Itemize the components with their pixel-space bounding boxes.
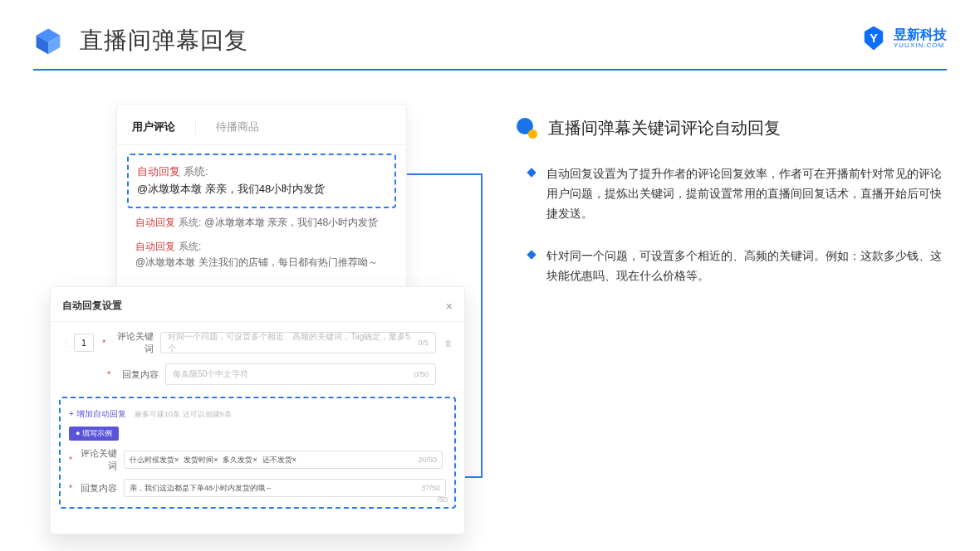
cube-icon <box>33 26 63 56</box>
example-badge: ● 填写示例 <box>69 427 119 441</box>
system-label: 系统: <box>179 239 201 255</box>
ex-keyword-tags[interactable]: 什么时候发货× 发货时间× 多久发货× 还不发货× 20/50 <box>124 451 443 469</box>
system-label: 系统: <box>184 163 208 181</box>
reply-input[interactable]: 每条限50个中文字符 0/50 <box>165 363 436 385</box>
svg-text:Y: Y <box>870 32 878 45</box>
highlighted-reply: 自动回复 系统: @冰墩墩本墩 亲亲，我们48小时内发货 <box>127 154 396 208</box>
chat-bubble-icon <box>515 116 538 139</box>
brand-logo: Y 昱新科技 YUUXIN.COM <box>860 25 947 51</box>
required-star: * <box>102 338 105 348</box>
tag[interactable]: 还不发货× <box>262 455 296 466</box>
reply-text: @冰墩墩本墩 亲亲，我们48小时内发货 <box>137 181 325 198</box>
bullet-item: 针对同一个问题，可设置多个相近的、高频的关键词。例如：这款多少钱、这块能优惠吗、… <box>528 246 947 286</box>
ex-reply-label: 回复内容 <box>76 482 117 495</box>
bullet-item: 自动回复设置为了提升作者的评论回复效率，作者可在开播前针对常见的评论用户问题，提… <box>528 164 947 223</box>
system-label: 系统: <box>179 215 201 231</box>
tab-user-comments[interactable]: 用户评论 <box>132 119 175 134</box>
bullet-text: 针对同一个问题，可设置多个相近的、高频的关键词。例如：这款多少钱、这块能优惠吗、… <box>546 246 947 286</box>
ex-keyword-label: 评论关键词 <box>76 447 117 472</box>
tag[interactable]: 什么时候发货× <box>130 455 179 466</box>
auto-reply-settings-modal: 自动回复设置 × ⋮⋮ 1 * 评论关键词 对同一个问题，可设置多个相近、高频的… <box>50 286 465 534</box>
add-hint: 最多可建10条 还可以创建9条 <box>135 410 232 418</box>
reply-label: 回复内容 <box>114 368 159 381</box>
rule-number: 1 <box>74 334 94 352</box>
brand-sub: YUUXIN.COM <box>894 41 947 49</box>
tag[interactable]: 多久发货× <box>223 455 257 466</box>
diamond-icon <box>527 168 536 177</box>
keyword-label: 评论关键词 <box>109 330 154 355</box>
keyword-input[interactable]: 对同一个问题，可设置多个相近、高频的关键词，Tag确定，最多5个 0/5 <box>160 332 436 354</box>
reply-text: @冰墩墩本墩 亲亲，我们48小时内发货 <box>204 215 378 231</box>
comments-panel: 用户评论 待播商品 自动回复 系统: @冰墩墩本墩 亲亲，我们48小时内发货 自… <box>116 104 407 295</box>
page-title: 直播间弹幕回复 <box>80 25 248 56</box>
diamond-icon <box>527 251 536 260</box>
auto-reply-tag: 自动回复 <box>135 215 175 231</box>
tag[interactable]: 发货时间× <box>184 455 218 466</box>
brand-name: 昱新科技 <box>894 27 947 42</box>
tab-pending-goods[interactable]: 待播商品 <box>216 119 259 134</box>
reply-text: @冰墩墩本墩 关注我们的店铺，每日都有热门推荐呦～ <box>135 255 378 271</box>
delete-icon[interactable]: 🗑 <box>444 339 453 348</box>
drag-handle-icon[interactable]: ⋮⋮ <box>62 339 74 348</box>
modal-title: 自动回复设置 <box>62 299 122 313</box>
close-icon[interactable]: × <box>446 300 453 313</box>
auto-reply-tag: 自动回复 <box>135 239 175 255</box>
ex-reply-input[interactable]: 亲，我们这边都是下单48小时内发货的哦～ 37/50 <box>124 479 446 497</box>
add-auto-reply-link[interactable]: + 增加自动回复 <box>69 409 126 418</box>
bullet-text: 自动回复设置为了提升作者的评论回复效率，作者可在开播前针对常见的评论用户问题，提… <box>546 164 947 223</box>
example-box: + 增加自动回复 最多可建10条 还可以创建9条 ● 填写示例 * 评论关键词 … <box>59 397 456 509</box>
required-star: * <box>107 369 110 379</box>
auto-reply-tag: 自动回复 <box>137 163 180 181</box>
tail-count: /50 <box>437 495 448 504</box>
section-title: 直播间弹幕关键词评论自动回复 <box>548 117 781 139</box>
